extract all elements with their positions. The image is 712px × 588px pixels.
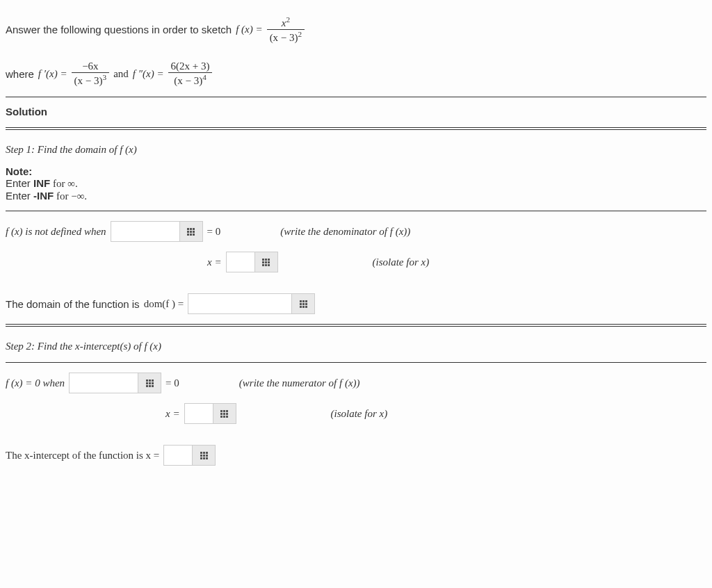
hint-denominator: (write the denominator of f (x)): [280, 226, 410, 238]
divider: [6, 211, 706, 211]
step2-title: Step 2: Find the x-intercept(s) of f (x): [6, 341, 706, 352]
keyboard-icon[interactable]: [138, 373, 161, 393]
hint-numerator: (write the numerator of f (x)): [239, 377, 360, 389]
isolate-x-input[interactable]: [226, 252, 255, 272]
fprime-label: f ′(x) =: [38, 68, 67, 80]
step2-line2: x = (isolate for x): [165, 403, 706, 424]
fdbl-label: f ″(x) =: [133, 68, 164, 80]
fx-not-defined-label: f (x) is not defined when: [6, 226, 106, 238]
divider: [6, 97, 706, 97]
step2-line1: f (x) = 0 when = 0 (write the numerator …: [6, 373, 706, 393]
equals-zero: = 0: [165, 377, 179, 389]
fdbl-fraction: 6(2x + 3) (x − 3)4: [168, 60, 213, 87]
note-label: Note:: [6, 165, 706, 177]
fx-fraction: x2 (x − 3)2: [267, 15, 305, 44]
equals-zero: = 0: [207, 226, 221, 238]
solution-heading: Solution: [6, 106, 706, 117]
d1-den-sup: 3: [103, 73, 107, 81]
hint-isolate-x: (isolate for x): [331, 408, 388, 420]
frac-num-sup: 2: [286, 15, 290, 24]
x-equals-label: x =: [165, 408, 180, 420]
domain-prefix: The domain of the function is: [6, 298, 140, 310]
double-rule: [6, 324, 706, 327]
d1-den-base: (x − 3): [74, 75, 103, 86]
domain-input[interactable]: [188, 293, 292, 314]
keyboard-icon[interactable]: [213, 403, 236, 424]
and-text: and: [113, 68, 129, 80]
frac-den-sup: 2: [298, 30, 302, 38]
intro-text: Answer the following questions in order …: [6, 24, 232, 35]
note-line-2: Enter -INF for −∞.: [6, 190, 706, 202]
step1-line1: f (x) is not defined when = 0 (write the…: [6, 221, 706, 242]
denominator-input[interactable]: [111, 221, 180, 242]
keyboard-icon[interactable]: [192, 445, 216, 466]
x-equals-label: x =: [207, 256, 222, 268]
keyboard-icon[interactable]: [179, 221, 203, 242]
x-intercept-input[interactable]: [163, 445, 193, 466]
fprime-fraction: −6x (x − 3)3: [72, 60, 110, 87]
numerator-input[interactable]: [69, 373, 138, 393]
intro-row: Answer the following questions in order …: [6, 15, 706, 44]
keyboard-icon[interactable]: [291, 293, 315, 314]
double-rule: [6, 127, 706, 130]
note-block: Note: Enter INF for ∞. Enter -INF for −∞…: [6, 165, 706, 202]
step1-line2: x = (isolate for x): [207, 252, 706, 272]
hint-isolate-x: (isolate for x): [373, 256, 430, 268]
d1-num: −6x: [72, 60, 110, 72]
step1-title: Step 1: Find the domain of f (x): [6, 144, 706, 156]
domf-label: dom(f ) =: [144, 298, 184, 310]
xint-prefix: The x-intercept of the function is x =: [6, 450, 159, 462]
step2-xint-line: The x-intercept of the function is x =: [6, 445, 706, 466]
isolate-x-input-2[interactable]: [184, 403, 213, 424]
frac-den-base: (x − 3): [270, 32, 298, 43]
d2-den-sup: 4: [202, 73, 207, 81]
keyboard-icon[interactable]: [254, 252, 278, 272]
fx-zero-label: f (x) = 0 when: [6, 377, 65, 389]
step1-domain-line: The domain of the function is dom(f ) =: [6, 293, 706, 314]
where-text: where: [6, 68, 34, 80]
fx-label: f (x) =: [236, 24, 262, 35]
d2-den-base: (x − 3): [174, 75, 202, 86]
d2-num: 6(2x + 3): [168, 60, 213, 72]
note-line-1: Enter INF for ∞.: [6, 177, 706, 190]
divider: [6, 362, 706, 363]
derivatives-row: where f ′(x) = −6x (x − 3)3 and f ″(x) =…: [6, 60, 706, 87]
